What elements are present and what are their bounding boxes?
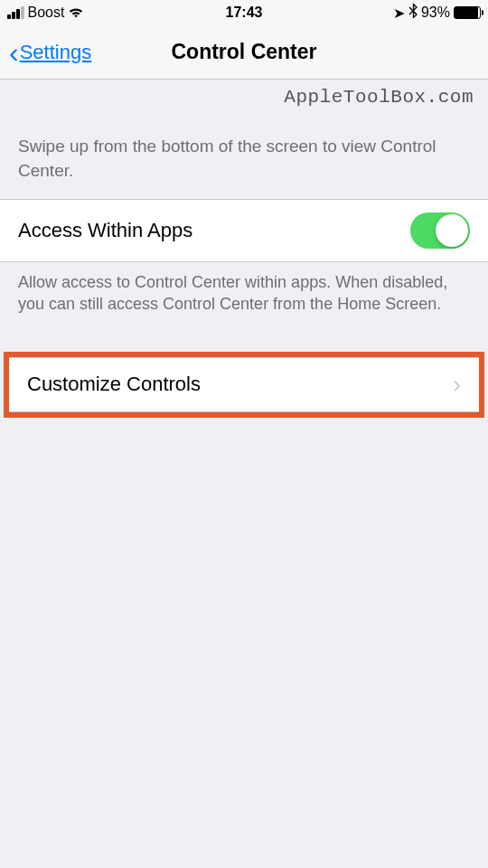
signal-bars-icon — [7, 6, 24, 19]
status-bar: Boost 17:43 ➤ 93% — [0, 0, 488, 25]
customize-controls-label: Customize Controls — [27, 373, 201, 396]
access-footer-description: Allow access to Control Center within ap… — [0, 262, 488, 352]
chevron-left-icon: ‹ — [9, 38, 19, 67]
battery-icon — [454, 6, 481, 19]
wifi-icon — [68, 6, 84, 19]
access-within-apps-row: Access Within Apps — [0, 199, 488, 262]
back-label: Settings — [20, 41, 92, 64]
status-time: 17:43 — [226, 5, 263, 21]
bluetooth-icon — [408, 4, 418, 22]
switch-knob — [436, 214, 468, 247]
access-within-apps-toggle[interactable] — [410, 212, 470, 249]
nav-bar: ‹ Settings Control Center — [0, 25, 488, 80]
highlight-box: Customize Controls › — [4, 352, 484, 418]
location-icon: ➤ — [393, 5, 405, 22]
battery-pct: 93% — [421, 5, 450, 21]
status-left: Boost — [7, 5, 84, 21]
watermark-text: AppleToolBox.com — [0, 80, 488, 108]
page-title: Control Center — [172, 40, 317, 64]
customize-controls-row[interactable]: Customize Controls › — [9, 357, 479, 412]
status-right: ➤ 93% — [393, 4, 481, 22]
access-within-apps-label: Access Within Apps — [18, 219, 192, 242]
section-description: Swipe up from the bottom of the screen t… — [0, 108, 488, 199]
back-button[interactable]: ‹ Settings — [9, 38, 91, 67]
carrier-label: Boost — [28, 5, 65, 21]
chevron-right-icon: › — [453, 371, 461, 399]
